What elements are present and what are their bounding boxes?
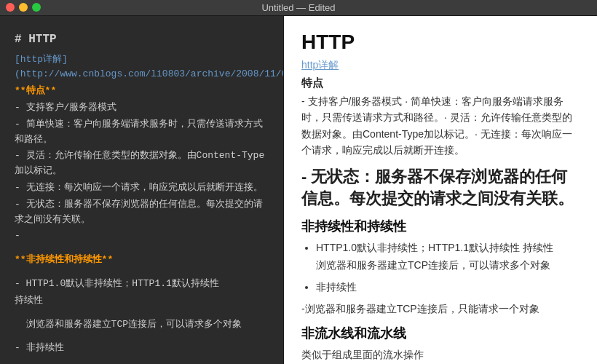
preview-pipeline-body: 类似于组成里面的流水操作 [301,347,580,363]
md-h1: # HTTP [15,31,272,50]
preview-li-2: 非持续性 [316,279,580,296]
md-item-2: - 简单快速：客户向服务端请求服务时，只需传送请求方式和路径。 [15,117,272,148]
markdown-preview: HTTP http详解 特点 - 支持客户/服务器模式 · 简单快速：客户向服务… [284,16,597,364]
main-content: # HTTP [http详解](http://www.cnblogs.com/l… [0,16,597,364]
md-persist-2: 持续性 [15,293,272,309]
md-nonpersist: - 非持续性 [15,341,272,356]
preview-features-body: - 支持客户/服务器模式 · 简单快速：客户向服务端请求服务时，只需传送请求方式… [301,93,580,159]
titlebar: Untitled — Edited [0,0,597,16]
maximize-button[interactable] [32,3,41,12]
minimize-button[interactable] [19,3,28,12]
md-dash: - [15,229,272,244]
preview-li-1-sub: 浏览器和服务器建立TCP连接后，可以请求多个对象 [316,257,580,273]
preview-link-container: http详解 [301,58,580,72]
preview-link[interactable]: http详解 [301,59,339,71]
md-bold-features: **特点** [15,84,272,99]
md-link-text: [http详解](http://www.cnblogs.com/li0803/a… [15,54,284,80]
md-item-1: - 支持客户/服务器模式 [15,100,272,116]
close-button[interactable] [6,3,15,12]
preview-features-heading: 特点 [301,76,580,90]
md-item-3: - 灵活：允许传输任意类型的数据对象。由Content-Type加以标记。 [15,149,272,179]
window-controls [6,3,41,12]
preview-big-quote: - 无状态：服务器不保存浏览器的任何信息。每次提交的请求之间没有关联。 [301,166,580,211]
preview-h2-persistence: 非持续性和持续性 [301,218,580,235]
md-item-4: - 无连接：每次响应一个请求，响应完成以后就断开连接。 [15,181,272,196]
window-title: Untitled — Edited [261,2,335,13]
md-bold-persistence: **非持续性和持续性** [15,253,272,268]
preview-persistence-list: HTTP1.0默认非持续性；HTTP1.1默认持续性 持续性 浏览器和服务器建立… [316,240,580,296]
md-item-5: - 无状态：服务器不保存浏览器的任何信息。每次提交的请求之间没有关联。 [15,197,272,228]
md-persist-1: - HTTP1.0默认非持续性；HTTP1.1默认持续性 [15,277,272,292]
preview-li2-sub: -浏览器和服务器建立TCP连接后，只能请求一个对象 [301,301,580,317]
preview-li-1: HTTP1.0默认非持续性；HTTP1.1默认持续性 持续性 浏览器和服务器建立… [316,240,580,273]
md-persist-3: 浏览器和服务器建立TCP连接后，可以请求多个对象 [15,317,272,333]
preview-h2-pipeline: 非流水线和流水线 [301,325,580,342]
markdown-editor[interactable]: # HTTP [http详解](http://www.cnblogs.com/l… [0,16,284,364]
preview-h1: HTTP [301,31,580,54]
md-link-line: [http详解](http://www.cnblogs.com/li0803/a… [15,52,272,83]
